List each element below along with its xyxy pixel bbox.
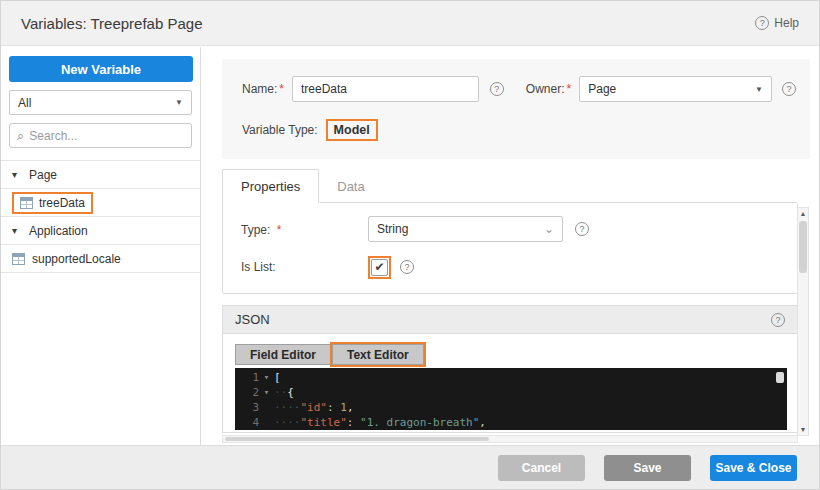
tree-group-page[interactable]: ▾ Page	[1, 161, 200, 189]
code-text: ··{	[274, 385, 294, 400]
tree-group-label: Application	[29, 224, 88, 238]
is-list-label: Is List:	[241, 260, 368, 274]
scroll-up-icon[interactable]: ▲	[800, 208, 807, 219]
tree-item-label: supportedLocale	[32, 252, 121, 266]
code-text: [	[274, 370, 281, 385]
variable-filter-select[interactable]: All ▼	[9, 90, 192, 115]
footer-bar: Cancel Save Save & Close	[1, 445, 819, 489]
code-line[interactable]: 4····"title": "1. dragon-breath",	[235, 415, 787, 430]
line-number: 2	[235, 385, 259, 400]
code-line[interactable]: 3····"id": 1,	[235, 400, 787, 415]
filter-selected-value: All	[18, 96, 31, 110]
scrollbar-thumb[interactable]	[799, 221, 807, 273]
content-scrollbar[interactable]: ▲ ▼	[797, 207, 809, 436]
chevron-down-icon: ⌄	[544, 222, 554, 236]
tree-item-label: treeData	[39, 196, 85, 210]
tab-properties[interactable]: Properties	[222, 169, 319, 203]
editor-mode-toggle: Field Editor Text Editor	[235, 342, 426, 367]
code-editor[interactable]: 1▾[2▾··{3····"id": 1,4····"title": "1. d…	[235, 368, 787, 430]
variable-type-value: Model	[328, 121, 376, 139]
name-label: Name:	[242, 82, 277, 96]
variable-type-label: Variable Type:	[242, 123, 318, 137]
sidebar: New Variable All ▼ ⌕ ▾ Page treeData	[1, 47, 201, 445]
tree-item-supportedlocale[interactable]: supportedLocale	[1, 245, 200, 273]
variable-type-row: Variable Type: Model	[242, 118, 796, 142]
save-close-button[interactable]: Save & Close	[710, 455, 797, 481]
type-selected-value: String	[377, 222, 408, 236]
annotation-checkbox: ✔	[368, 256, 391, 279]
search-icon: ⌕	[17, 129, 24, 142]
model-variable-icon	[12, 253, 25, 265]
json-panel-title: JSON	[235, 312, 270, 327]
tree-item-treedata[interactable]: treeData	[1, 189, 200, 217]
is-list-checkbox[interactable]: ✔	[371, 259, 388, 276]
scroll-down-icon[interactable]: ▼	[800, 424, 807, 435]
required-asterisk: *	[277, 223, 282, 237]
required-asterisk: *	[279, 82, 284, 96]
annotation-treedata: treeData	[12, 192, 93, 214]
help-button[interactable]: ? Help	[755, 16, 799, 30]
code-lines: 1▾[2▾··{3····"id": 1,4····"title": "1. d…	[235, 370, 787, 430]
line-number: 4	[235, 415, 259, 430]
save-button[interactable]: Save	[604, 455, 691, 481]
help-label: Help	[774, 16, 799, 30]
owner-select[interactable]: Page ▼	[579, 76, 772, 102]
model-variable-icon	[20, 197, 33, 209]
name-owner-row: Name: * ? Owner: * Page ▼ ?	[242, 76, 796, 102]
code-text: ····"id": 1,	[274, 400, 354, 415]
help-icon[interactable]: ?	[575, 222, 589, 236]
annotation-model: Model	[326, 119, 378, 141]
caret-down-icon[interactable]: ▾	[12, 169, 22, 180]
horizontal-scrollbar-thumb[interactable]	[225, 437, 489, 441]
chevron-down-icon: ▼	[755, 85, 763, 94]
editor-scrollbar-thumb[interactable]	[776, 372, 784, 383]
line-number: 1	[235, 370, 259, 385]
cancel-button[interactable]: Cancel	[498, 455, 585, 481]
help-icon: ?	[755, 16, 769, 30]
main-content: Name: * ? Owner: * Page ▼ ? Variable Typ…	[202, 47, 819, 445]
help-icon[interactable]: ?	[782, 82, 796, 96]
json-panel: JSON ? Field Editor Text Editor 1▾[2▾··{…	[222, 305, 798, 433]
search-input[interactable]	[29, 129, 184, 143]
owner-selected-value: Page	[588, 82, 616, 96]
variables-tree: ▾ Page treeData ▾ Application supp	[1, 160, 200, 273]
annotation-text-editor: Text Editor	[330, 342, 426, 367]
variables-dialog: Variables: Treeprefab Page ? Help New Va…	[0, 0, 820, 490]
new-variable-button[interactable]: New Variable	[9, 56, 193, 82]
chevron-down-icon: ▼	[175, 98, 183, 107]
properties-panel: Type: * String ⌄ ? Is List: ✔ ?	[222, 202, 798, 294]
tab-data[interactable]: Data	[319, 169, 382, 203]
type-label-wrap: Type: *	[241, 220, 368, 238]
code-line[interactable]: 2▾··{	[235, 385, 787, 400]
fold-spacer	[259, 400, 274, 415]
help-icon[interactable]: ?	[400, 260, 414, 274]
code-line[interactable]: 1▾[	[235, 370, 787, 385]
fold-icon[interactable]: ▾	[259, 385, 274, 400]
field-editor-button[interactable]: Field Editor	[235, 344, 330, 365]
help-icon[interactable]: ?	[771, 313, 785, 327]
line-number: 3	[235, 400, 259, 415]
required-asterisk: *	[567, 82, 572, 96]
type-row: Type: * String ⌄ ?	[241, 216, 589, 242]
search-box: ⌕	[9, 123, 192, 148]
fold-icon[interactable]: ▾	[259, 370, 274, 385]
type-select[interactable]: String ⌄	[368, 216, 563, 242]
code-text: ····"title": "1. dragon-breath",	[274, 415, 486, 430]
caret-down-icon[interactable]: ▾	[12, 225, 22, 236]
tree-group-label: Page	[29, 168, 57, 182]
name-input[interactable]	[292, 76, 479, 102]
page-title: Variables: Treeprefab Page	[21, 15, 203, 32]
json-panel-header: JSON ?	[223, 306, 797, 334]
dialog-header: Variables: Treeprefab Page ? Help	[1, 1, 819, 46]
text-editor-button[interactable]: Text Editor	[332, 344, 424, 365]
help-icon[interactable]: ?	[490, 82, 504, 96]
type-label: Type:	[241, 223, 270, 237]
owner-label: Owner:	[526, 82, 565, 96]
tab-bar: Properties Data	[222, 169, 383, 203]
tree-group-application[interactable]: ▾ Application	[1, 217, 200, 245]
fold-spacer	[259, 415, 274, 430]
horizontal-scrollbar[interactable]	[222, 435, 798, 443]
variable-summary-panel: Name: * ? Owner: * Page ▼ ? Variable Typ…	[222, 59, 810, 159]
is-list-row: Is List: ✔ ?	[241, 255, 414, 279]
